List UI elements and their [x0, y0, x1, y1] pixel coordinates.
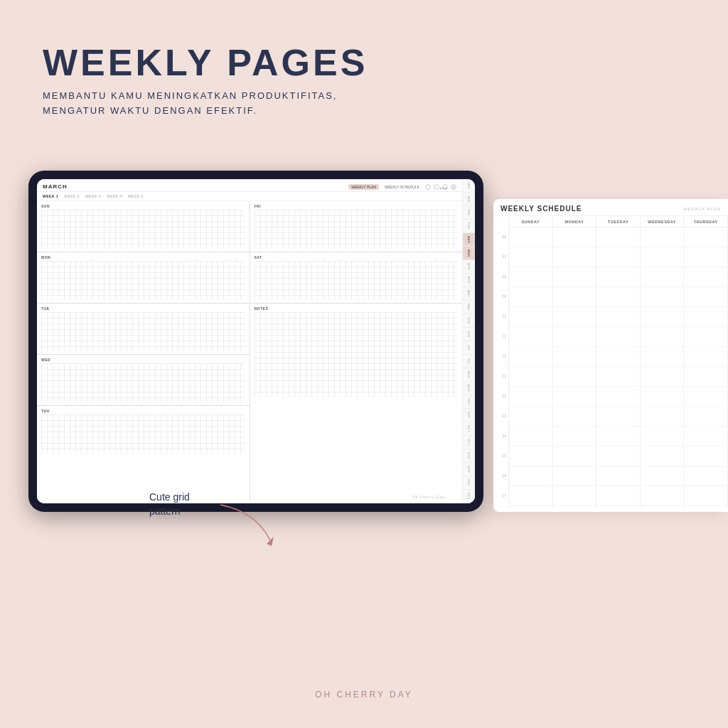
plan-weeks: WEEK 1 WEEK 2 WEEK 3 WEEK 4 WEEK 5	[37, 192, 462, 201]
schedule-title: WEEKLY SCHEDULE	[500, 205, 582, 213]
month-jul2[interactable]: JUL	[463, 355, 475, 368]
day-col-right: FRI SAT NOTES	[250, 201, 463, 500]
day-tue-content	[41, 312, 245, 351]
day-sun-label: SUN	[41, 204, 245, 208]
month-jan1[interactable]: JAN	[463, 179, 475, 193]
day-fri-content	[255, 210, 459, 249]
month-aug1[interactable]: AUG	[463, 368, 475, 382]
day-thu-content	[41, 414, 245, 454]
day-sat-label: SAT	[255, 255, 459, 259]
header-area: WEEKLY PAGES MEMBANTU KAMU MENINGKATKAN …	[43, 43, 368, 119]
month-jun2[interactable]: JUN	[463, 328, 475, 341]
page-wrapper: WEEKLY PAGES MEMBANTU KAMU MENINGKATKAN …	[0, 0, 728, 728]
sched-header-sun: SUNDAY	[509, 216, 552, 228]
day-thu-label: THU	[41, 409, 245, 413]
month-sep1[interactable]: SEP	[463, 395, 475, 409]
day-fri: FRI	[250, 201, 463, 252]
day-notes-label: NOTES	[255, 306, 459, 311]
month-jun1[interactable]: JUN	[463, 314, 475, 328]
footer-brand: OH CHERRY DAY	[315, 690, 413, 700]
week4-tab[interactable]: WEEK 4	[107, 194, 122, 198]
month-oct2[interactable]: OCT	[463, 436, 475, 449]
sched-col-mon: MONDAY	[553, 216, 597, 508]
sched-col-sun: SUNDAY	[509, 216, 553, 508]
tab-weekly-plan[interactable]: WEEKLY PLAN	[348, 184, 379, 190]
day-notes-content	[255, 312, 459, 397]
time-01: 01	[493, 373, 508, 392]
month-feb1[interactable]: FEB	[463, 206, 475, 220]
month-may1[interactable]: MAY	[463, 287, 475, 301]
time-09: 09	[493, 293, 508, 313]
day-sat: SAT	[250, 252, 463, 304]
month-feb2[interactable]: FEB	[463, 220, 475, 233]
time-06b: 06	[493, 472, 508, 492]
annotation-arrow	[213, 498, 299, 555]
week2-tab[interactable]: WEEK 2	[64, 194, 80, 198]
schedule-grid: 06 07 08 09 10 11 12 01 02 03 04 05 06 0…	[493, 216, 728, 508]
time-07: 07	[493, 253, 508, 273]
day-mon-label: MON	[41, 255, 245, 259]
day-sat-content	[255, 261, 459, 300]
month-dec1[interactable]: DEC	[463, 476, 475, 490]
day-notes: NOTES	[250, 304, 463, 400]
watermark: Oh Cherry Day	[412, 495, 445, 499]
page-title: WEEKLY PAGES	[43, 43, 368, 83]
heart-icon: ♡	[425, 184, 431, 190]
day-columns: SUN MON TUE WED	[37, 201, 462, 500]
time-03: 03	[493, 412, 508, 432]
sched-col-thu: THURSDAY	[684, 216, 728, 508]
month-jan2[interactable]: JAN	[463, 193, 475, 206]
month-mar1[interactable]: MAR	[463, 233, 475, 247]
sched-col-wed: WEDNESDAY	[641, 216, 685, 508]
annotation-text: Cute grid pattern	[149, 491, 190, 518]
sched-col-tue: TUESDAY	[596, 216, 641, 508]
day-wed-content	[41, 363, 245, 402]
month-tabs: JAN JAN FEB FEB MAR MAR APR APR MAY MAY …	[462, 179, 475, 503]
month-mar2[interactable]: MAR	[463, 247, 475, 260]
month-nov1[interactable]: NOV	[463, 449, 475, 463]
tablet-screen: MARCH WEEKLY PLAN WEEKLY SCHEDULE ♡ ○ ○ …	[37, 179, 475, 503]
month-nov2[interactable]: NOV	[463, 463, 475, 476]
time-02: 02	[493, 392, 508, 412]
schedule-day-columns: SUNDAY MONDAY	[509, 216, 728, 508]
day-fri-label: FRI	[255, 204, 459, 208]
time-12: 12	[493, 353, 508, 373]
day-sun-content	[41, 210, 245, 249]
week1-tab[interactable]: WEEK 1	[43, 194, 58, 198]
month-apr2[interactable]: APR	[463, 274, 475, 287]
day-thu: THU	[37, 406, 250, 456]
day-col-left: SUN MON TUE WED	[37, 201, 250, 500]
month-apr1[interactable]: APR	[463, 260, 475, 274]
month-sep2[interactable]: SEP	[463, 409, 475, 422]
day-mon: MON	[37, 252, 250, 304]
plan-month: MARCH	[43, 183, 68, 190]
month-may2[interactable]: MAY	[463, 301, 475, 314]
week3-tab[interactable]: WEEK 3	[85, 194, 101, 198]
month-oct1[interactable]: OCT	[463, 422, 475, 436]
month-jul1[interactable]: JUL	[463, 341, 475, 355]
plan-header: MARCH WEEKLY PLAN WEEKLY SCHEDULE ♡ ○ ○ …	[37, 179, 462, 192]
time-11: 11	[493, 333, 508, 353]
day-wed-label: WED	[41, 358, 245, 362]
day-sun: SUN	[37, 201, 250, 252]
schedule-nav: WEEKLY PLAN	[683, 207, 721, 211]
sched-header-mon: MONDAY	[553, 216, 596, 228]
day-tue-label: TUE	[41, 306, 245, 311]
svg-marker-0	[267, 537, 274, 546]
time-04: 04	[493, 432, 508, 452]
time-06: 06	[493, 233, 508, 253]
day-tue: TUE	[37, 304, 250, 355]
time-column: 06 07 08 09 10 11 12 01 02 03 04 05 06 0…	[493, 216, 509, 508]
subtitle: MEMBANTU KAMU MENINGKATKAN PRODUKTIFITAS…	[43, 89, 368, 119]
three-dots: •••	[440, 185, 448, 191]
time-05: 05	[493, 452, 508, 472]
grid-icon: ⊞	[451, 184, 456, 190]
tab-weekly-schedule[interactable]: WEEKLY SCHEDULE	[382, 184, 422, 190]
month-aug2[interactable]: AUG	[463, 382, 475, 395]
day-wed: WED	[37, 355, 250, 406]
month-dec2[interactable]: DEC	[463, 490, 475, 503]
day-mon-content	[41, 261, 245, 300]
time-08: 08	[493, 273, 508, 293]
week5-tab[interactable]: WEEK 5	[128, 194, 144, 198]
sched-header-wed: WEDNESDAY	[641, 216, 684, 228]
